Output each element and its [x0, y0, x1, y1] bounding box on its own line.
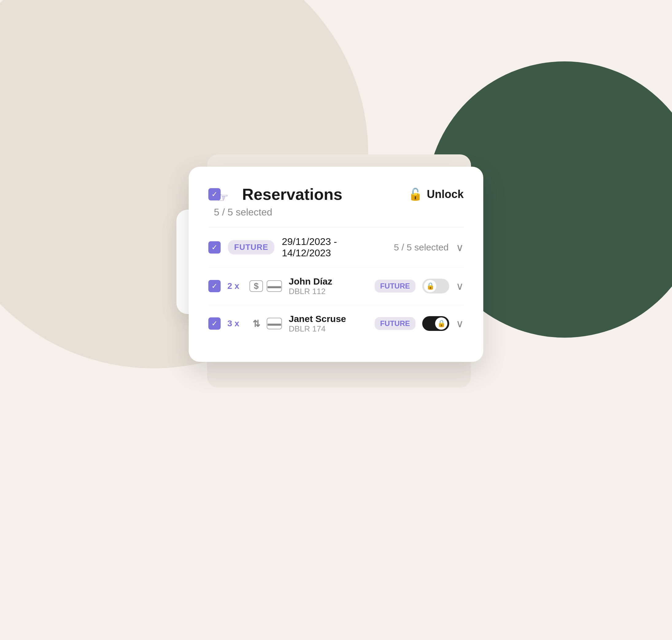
card-main: ✓ ☞ Reservations 🔓 Unlock 5 / 5 selected… — [189, 167, 483, 362]
group-row: ✓ FUTURE 29/11/2023 - 14/12/2023 5 / 5 s… — [208, 227, 464, 267]
invoice-icon: $ — [249, 280, 263, 292]
badge-john: FUTURE — [375, 280, 415, 292]
count-janet: 3 x — [228, 319, 243, 329]
header-left: ✓ ☞ Reservations — [208, 185, 342, 204]
card-icon: ▬▬ — [267, 280, 282, 292]
date-range: 29/11/2023 - 14/12/2023 — [282, 236, 386, 259]
check-icon: ✓ — [211, 190, 218, 199]
res-room-john: DBLR 112 — [289, 287, 368, 296]
badge-janet: FUTURE — [375, 317, 415, 330]
card-header: ✓ ☞ Reservations 🔓 Unlock — [208, 185, 464, 204]
group-badge: FUTURE — [228, 240, 274, 254]
res-info-janet: Janet Scruse DBLR 174 — [289, 314, 368, 334]
group-checkbox[interactable]: ✓ — [208, 241, 221, 253]
list-item: ✓ 3 x ⇅ ▬▬ Janet Scruse DBLR 174 FUTURE … — [208, 305, 464, 342]
chevron-john[interactable]: ∨ — [456, 280, 464, 292]
cursor-hand-icon: ☞ — [217, 190, 229, 205]
icons-john: $ ▬▬ — [249, 280, 282, 292]
lock-icon-john: 🔒 — [426, 282, 435, 290]
card-icon: ▬▬ — [267, 318, 282, 329]
count-john: 2 x — [228, 281, 243, 291]
group-chevron[interactable]: ∨ — [456, 241, 464, 253]
scene: ✓ 2 x 👤 $ ▬ Joe Keaton DBLR 805 FUTURE 🔒… — [152, 105, 520, 535]
res-info-john: John Díaz DBLR 112 — [289, 276, 368, 296]
checkbox-john[interactable]: ✓ — [208, 280, 221, 292]
check-icon: ✓ — [211, 243, 218, 252]
unlock-button[interactable]: 🔓 Unlock — [408, 188, 464, 201]
icons-janet: ⇅ ▬▬ — [249, 318, 282, 329]
toggle-john[interactable]: 🔒 — [422, 279, 449, 293]
selected-count-label: 5 / 5 selected — [214, 207, 272, 218]
card-title: Reservations — [242, 185, 342, 203]
lock-icon-janet: 🔒 — [437, 320, 445, 328]
sort-icon: ⇅ — [249, 318, 263, 329]
lock-open-icon: 🔓 — [408, 188, 423, 201]
unlock-label: Unlock — [427, 188, 464, 201]
toggle-knob-john: 🔒 — [424, 280, 436, 292]
group-selected-count: 5 / 5 selected — [394, 242, 449, 253]
checkbox-janet[interactable]: ✓ — [208, 317, 221, 330]
res-name-john: John Díaz — [289, 276, 368, 287]
check-icon: ✓ — [211, 319, 218, 328]
res-room-janet: DBLR 174 — [289, 324, 368, 334]
toggle-janet[interactable]: 🔒 — [422, 316, 449, 331]
chevron-janet[interactable]: ∨ — [456, 317, 464, 330]
list-item: ✓ 2 x $ ▬▬ John Díaz DBLR 112 FUTURE 🔒 ∨ — [208, 267, 464, 305]
check-icon: ✓ — [211, 282, 218, 290]
res-name-janet: Janet Scruse — [289, 314, 368, 324]
toggle-knob-janet: 🔒 — [435, 317, 448, 330]
